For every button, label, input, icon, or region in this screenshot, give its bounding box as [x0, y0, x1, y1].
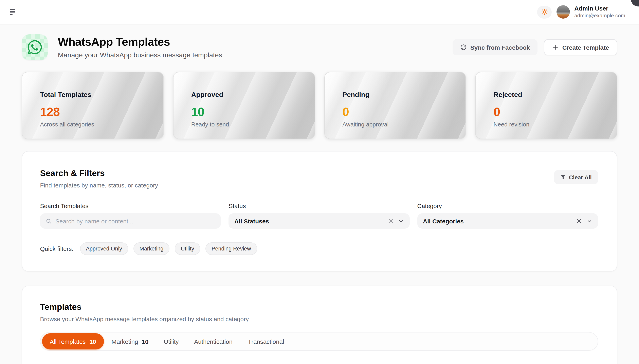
stat-card-approved: Approved 10 Ready to send — [173, 72, 315, 139]
templates-card: Templates Browse your WhatsApp message t… — [22, 286, 617, 364]
tab-authentication[interactable]: Authentication — [186, 333, 240, 350]
tab-label: All Templates — [50, 338, 86, 345]
search-field-group: Search Templates — [40, 202, 221, 229]
tab-marketing[interactable]: Marketing 10 — [104, 333, 156, 350]
plus-icon — [552, 44, 559, 50]
stat-title: Approved — [191, 91, 306, 99]
topbar: Admin User admin@example.com — [0, 0, 639, 24]
tab-label: Utility — [164, 338, 179, 345]
header-actions: Sync from Facebook Create Template — [453, 39, 617, 55]
stat-card-pending: Pending 0 Awaiting approval — [324, 72, 466, 139]
sync-from-facebook-button[interactable]: Sync from Facebook — [453, 39, 538, 55]
quick-filter-pending-review[interactable]: Pending Review — [205, 242, 257, 255]
user-email: admin@example.com — [574, 12, 625, 19]
clear-all-label: Clear All — [569, 174, 592, 180]
x-icon — [388, 218, 393, 224]
avatar[interactable] — [556, 5, 570, 18]
tab-count-badge: 10 — [89, 338, 96, 345]
stat-value: 10 — [191, 105, 306, 119]
whatsapp-app-icon — [22, 34, 48, 60]
templates-tabbar: All Templates 10 Marketing 10 Utility Au… — [40, 332, 598, 351]
create-template-button[interactable]: Create Template — [544, 39, 617, 55]
category-clear-button[interactable] — [575, 217, 583, 224]
app-root: Admin User admin@example.com WhatsApp Te… — [0, 0, 639, 364]
chevron-down-icon — [586, 218, 592, 224]
status-field-group: Status All Statuses — [229, 202, 410, 229]
status-label: Status — [229, 202, 410, 209]
stat-caption: Ready to send — [191, 121, 306, 128]
quick-filters-row: Quick filters: Approved Only Marketing U… — [40, 242, 598, 255]
main-content: WhatsApp Templates Manage your WhatsApp … — [0, 24, 639, 364]
quick-filter-marketing[interactable]: Marketing — [133, 242, 170, 255]
tab-label: Marketing — [111, 338, 138, 345]
page-header: WhatsApp Templates Manage your WhatsApp … — [22, 24, 617, 60]
filters-divider — [40, 235, 598, 235]
refresh-icon — [460, 44, 467, 50]
quick-filter-approved-only[interactable]: Approved Only — [80, 242, 128, 255]
tab-label: Authentication — [194, 338, 232, 345]
stat-card-total: Total Templates 128 Across all categorie… — [22, 72, 164, 139]
chevron-down-icon — [398, 218, 404, 224]
menu-icon — [10, 9, 15, 10]
topbar-user-area: Admin User admin@example.com — [537, 5, 625, 19]
corner-ornament — [631, 0, 639, 6]
category-label: Category — [417, 202, 598, 209]
sync-button-label: Sync from Facebook — [470, 44, 530, 51]
tab-utility[interactable]: Utility — [156, 333, 186, 350]
stats-row: Total Templates 128 Across all categorie… — [22, 72, 617, 139]
user-name: Admin User — [574, 5, 625, 12]
filter-grid: Search Templates Status All Statuses — [40, 202, 598, 229]
whatsapp-icon — [27, 39, 43, 55]
search-input[interactable] — [55, 218, 215, 224]
stat-caption: Need revision — [494, 121, 609, 128]
stat-value: 0 — [494, 105, 609, 119]
stat-title: Rejected — [494, 91, 609, 99]
status-select[interactable]: All Statuses — [229, 213, 410, 229]
search-icon — [46, 218, 52, 224]
stat-title: Total Templates — [40, 91, 155, 99]
stat-caption: Across all categories — [40, 121, 155, 128]
page-subtitle: Manage your WhatsApp business message te… — [58, 51, 442, 59]
stat-card-rejected: Rejected 0 Need revision — [475, 72, 617, 139]
clear-all-button[interactable]: Clear All — [554, 170, 598, 184]
category-selected-value: All Categories — [423, 218, 572, 224]
tab-all-templates[interactable]: All Templates 10 — [42, 333, 104, 350]
x-icon — [576, 218, 582, 224]
category-field-group: Category All Categories — [417, 202, 598, 229]
menu-button[interactable] — [7, 6, 18, 18]
stat-title: Pending — [342, 91, 458, 99]
templates-subtitle: Browse your WhatsApp message templates o… — [40, 316, 598, 322]
tab-transactional[interactable]: Transactional — [240, 333, 292, 350]
search-input-box — [40, 213, 221, 229]
status-selected-value: All Statuses — [234, 218, 383, 224]
user-meta: Admin User admin@example.com — [574, 5, 625, 19]
templates-heading: Templates — [40, 302, 598, 312]
search-filters-card: Search & Filters Find templates by name,… — [22, 151, 617, 272]
quick-filter-utility[interactable]: Utility — [175, 242, 200, 255]
tab-label: Transactional — [248, 338, 284, 345]
stat-value: 128 — [40, 105, 155, 119]
filters-header: Search & Filters Find templates by name,… — [40, 168, 598, 189]
theme-toggle-button[interactable] — [537, 6, 552, 18]
category-select[interactable]: All Categories — [417, 213, 598, 229]
funnel-icon — [560, 174, 566, 180]
create-button-label: Create Template — [562, 44, 609, 51]
stat-value: 0 — [342, 105, 458, 119]
tab-count-badge: 10 — [142, 338, 148, 345]
quick-filters-label: Quick filters: — [40, 245, 73, 252]
sun-icon — [541, 8, 548, 15]
filters-heading: Search & Filters — [40, 168, 158, 178]
stat-caption: Awaiting approval — [342, 121, 458, 128]
search-label: Search Templates — [40, 202, 221, 209]
filters-subtitle: Find templates by name, status, or categ… — [40, 182, 158, 189]
status-clear-button[interactable] — [387, 217, 394, 224]
page-titles: WhatsApp Templates Manage your WhatsApp … — [58, 35, 442, 59]
page-title: WhatsApp Templates — [58, 35, 442, 48]
